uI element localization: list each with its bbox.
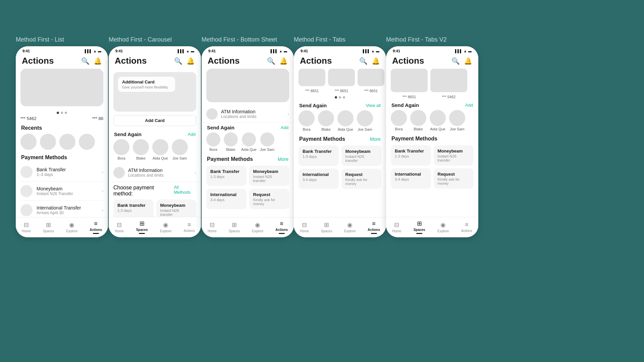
card-thumb-4-1[interactable] [299, 69, 325, 86]
method-tile-5-4[interactable]: Request Kindly ask for money [434, 168, 474, 189]
card-num-5-1: *** 8651 [391, 95, 428, 99]
nav-indicator-2 [139, 233, 145, 234]
notification-icon-4[interactable]: 🔔 [372, 57, 380, 65]
avatar-joe-4[interactable]: Joe Sam [357, 110, 373, 131]
method-tile-name-4-1: Bank Transfer [303, 149, 335, 154]
nav-spaces-2[interactable]: ⊞ Spaces [136, 220, 148, 234]
nav-actions-5[interactable]: ≡ Actions [461, 221, 472, 233]
method-tile-4-1[interactable]: Bank Transfer 1-3 days [299, 145, 339, 166]
avatar-joe-5[interactable]: Joe Sam [449, 110, 465, 131]
label-tabs-v2: Method First - Tabs V2 [386, 36, 447, 43]
battery-icon-5: ▬ [468, 49, 472, 53]
card-thumb-5-2[interactable] [430, 69, 467, 92]
nav-explore-2[interactable]: ◉ Explore [160, 221, 171, 233]
avatar-bora-3[interactable]: Bora [206, 132, 220, 152]
avatar-joe-3[interactable]: Joe Sam [260, 132, 274, 152]
notification-icon-5[interactable]: 🔔 [464, 57, 472, 65]
method-card-3-1[interactable]: Bank Transfer 1-3 days [206, 166, 247, 186]
carousel-card-2[interactable]: Additional Card Give yourself more flexi… [113, 72, 196, 112]
atm-row-3[interactable]: ATM Information Locations and limits › [202, 106, 294, 123]
avatar-blake-5[interactable]: Blake [410, 110, 426, 131]
nav-home-5[interactable]: ⊟ Home [392, 221, 401, 233]
avatar-blake-4[interactable]: Blake [318, 110, 334, 131]
send-again-action-2[interactable]: Add [188, 132, 196, 137]
app-header-5: Actions 🔍 🔔 [386, 54, 478, 69]
send-again-action-4[interactable]: View all [366, 103, 381, 108]
nav-home-4[interactable]: ⊟ Home [300, 221, 309, 233]
method-card-3-2[interactable]: Moneybeam Instant N26 transfer [249, 166, 289, 186]
spaces-icon-1: ⊞ [46, 221, 51, 229]
all-methods-2[interactable]: All Methods [174, 185, 196, 197]
notification-icon-3[interactable]: 🔔 [279, 57, 288, 65]
search-icon-1[interactable]: 🔍 [81, 57, 90, 65]
avatar-blake-3[interactable]: Blake [224, 132, 238, 152]
method-tile-5-1[interactable]: Bank Transfer 1-3 days [391, 145, 431, 166]
avatar-bora-5[interactable]: Bora [391, 110, 407, 131]
nav-explore-4[interactable]: ◉ Explore [344, 221, 356, 233]
home-icon-4: ⊟ [302, 221, 307, 229]
avatar-bora-1[interactable] [20, 134, 37, 150]
add-card-button[interactable]: Add Card [113, 115, 196, 126]
avatar-bora-2[interactable]: Bora [113, 139, 129, 160]
method-tile-4-2[interactable]: Moneybeam Instant N26 transfer [341, 145, 382, 166]
nav-actions-4[interactable]: ≡ Actions [368, 220, 380, 234]
card-area-1[interactable] [20, 69, 103, 106]
search-icon-5[interactable]: 🔍 [451, 57, 460, 65]
notification-icon-2[interactable]: 🔔 [186, 57, 195, 65]
search-icon-2[interactable]: 🔍 [174, 57, 182, 65]
notification-icon-1[interactable]: 🔔 [94, 57, 102, 65]
atm-row-2[interactable]: ATM Information Locations and limits › [109, 164, 201, 182]
avatar-joe-1[interactable] [79, 134, 95, 150]
avatar-blake-1[interactable] [40, 134, 56, 150]
method-card-3-4[interactable]: Request Kindly ask for money [249, 189, 289, 209]
payment-more-4[interactable]: More [370, 136, 381, 142]
avatar-aida-4[interactable]: Aida Que [337, 110, 354, 131]
send-again-action-3[interactable]: Add [281, 125, 288, 130]
send-again-action-5[interactable]: Add [465, 103, 473, 108]
avatar-joe-2[interactable]: Joe Sam [172, 139, 188, 160]
avatar-aida-1[interactable] [59, 134, 75, 150]
avatar-label-bora-2: Bora [117, 156, 125, 160]
method-tile-4-3[interactable]: International 3-4 days [299, 169, 339, 189]
nav-spaces-1[interactable]: ⊞ Spaces [43, 221, 54, 233]
search-icon-4[interactable]: 🔍 [359, 57, 368, 65]
nav-home-2[interactable]: ⊟ Home [115, 221, 124, 233]
avatar-aida-2[interactable]: Aida Que [152, 139, 168, 160]
nav-home-3[interactable]: ⊟ Home [208, 221, 217, 233]
nav-home-1[interactable]: ⊟ Home [22, 221, 31, 233]
cards-row-4 [294, 69, 386, 88]
card-area-3[interactable] [206, 69, 289, 102]
avatar-bora-4[interactable]: Bora [299, 110, 315, 131]
spaces-icon-2: ⊞ [140, 220, 145, 227]
method-tile-5-3[interactable]: International 3-4 days [391, 168, 431, 189]
payment-header-4: Payment Methods More [294, 135, 386, 144]
payment-name-1-2: Moneybeam [37, 186, 102, 191]
wifi-icon-4: ▲ [371, 49, 375, 53]
method-card-3-3[interactable]: International 3-4 days [206, 189, 247, 209]
additional-card-title: Additional Card [122, 79, 171, 84]
payment-item-1-1[interactable]: Bank Transfer 1–3 days › [20, 163, 103, 182]
search-icon-3[interactable]: 🔍 [267, 57, 275, 65]
nav-actions-3[interactable]: ≡ Actions [275, 220, 288, 234]
nav-spaces-3[interactable]: ⊞ Spaces [229, 221, 240, 233]
nav-actions-2[interactable]: ≡ Actions [184, 221, 195, 233]
avatar-blake-2[interactable]: Blake [133, 139, 149, 160]
nav-actions-1[interactable]: ≡ Actions [90, 220, 102, 234]
method-tile-4-4[interactable]: Request Kindly ask for money [341, 169, 382, 189]
method-tile-5-2[interactable]: Moneybeam Instant N26 transfer [434, 145, 474, 166]
nav-explore-5[interactable]: ◉ Explore [437, 221, 449, 233]
nav-spaces-5[interactable]: ⊞ Spaces [414, 220, 425, 234]
avatar-aida-5[interactable]: Aida Que [430, 110, 446, 131]
nav-explore-1[interactable]: ◉ Explore [66, 221, 77, 233]
nav-actions-label-5: Actions [461, 229, 472, 233]
payment-item-1-2[interactable]: Moneybeam Instant N26 Transfer › [20, 182, 103, 201]
nav-spaces-4[interactable]: ⊞ Spaces [321, 221, 332, 233]
avatar-aida-3[interactable]: Aida Que [241, 132, 257, 152]
payment-more-3[interactable]: More [278, 157, 288, 162]
payment-header-5: Payment Methods [386, 134, 478, 144]
card-thumb-4-2[interactable] [328, 69, 355, 86]
card-thumb-4-3[interactable] [358, 69, 384, 86]
card-thumb-5-1[interactable] [391, 69, 428, 92]
nav-explore-3[interactable]: ◉ Explore [252, 221, 263, 233]
avatar-label-blake-5: Blake [414, 127, 423, 131]
